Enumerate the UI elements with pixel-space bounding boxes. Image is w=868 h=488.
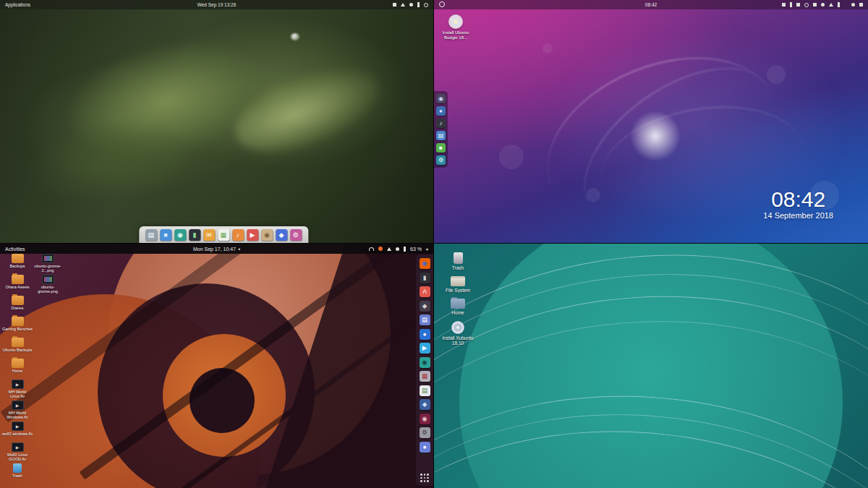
media-icon[interactable]: ◆ xyxy=(276,229,287,241)
spacer[interactable] xyxy=(844,3,847,7)
xubuntu-desktop: Trash File System Home Install Xubuntu 1… xyxy=(434,244,868,488)
terminal-icon[interactable]: ▮ xyxy=(189,229,200,241)
firefox-icon[interactable]: ◉ xyxy=(420,258,430,269)
messenger-icon[interactable]: ● xyxy=(420,329,430,340)
app-glyph: ◉ xyxy=(422,414,427,424)
battery-percent: 63 % xyxy=(410,247,422,252)
folder-ohara-assets[interactable]: Ohara Assets xyxy=(1,275,33,296)
plank-dock: ◉ ● ♪ ▤ ■ ⚙ xyxy=(434,91,448,168)
video-wolf2-linux-good[interactable]: Wolf2 Linux GOOD.flv xyxy=(1,442,33,463)
boxes-icon[interactable]: ◆ xyxy=(420,399,430,410)
desktop-icon-column: Backups Ohara Assets Diaries Gaming Benc… xyxy=(1,254,33,484)
notification-dot: ● xyxy=(238,247,240,251)
trash-icon[interactable]: Trash xyxy=(438,252,477,270)
notifications-icon[interactable] xyxy=(851,3,855,7)
libreoffice-icon[interactable]: ▤ xyxy=(420,385,430,396)
video-editor-icon[interactable]: A xyxy=(420,286,430,297)
clock-text: Mon Sep 17, 10:47 xyxy=(193,247,236,252)
input-indicator-icon[interactable] xyxy=(393,3,396,7)
software-icon[interactable]: ■ xyxy=(436,143,446,153)
four-desktop-collage: Applications Wed Sep 19 13:26 ▤ ■ ◉ xyxy=(0,0,868,488)
panel-clock[interactable]: Wed Sep 19 13:26 xyxy=(0,2,433,7)
music-icon[interactable]: ♪ xyxy=(232,229,244,241)
installer-cd-icon xyxy=(448,14,463,29)
budgie-desktop: 08:42 Install Ubuntu Budgie 18... ◉ ● ♪ xyxy=(434,0,868,244)
discord-icon[interactable]: ● xyxy=(420,442,430,453)
folder-ubuntu-backups[interactable]: Ubuntu Backups xyxy=(1,338,33,359)
budgie-logo-icon xyxy=(439,1,445,7)
item-label: Ohara Assets xyxy=(1,285,33,289)
item-icon xyxy=(451,276,465,286)
window-icon[interactable] xyxy=(813,3,817,7)
app-glyph: ▮ xyxy=(423,273,427,283)
files-icon[interactable]: ▤ xyxy=(145,229,157,241)
telegram-icon[interactable]: ▶ xyxy=(420,343,430,354)
item-label: File System xyxy=(438,288,477,293)
clock-time: 08:42 xyxy=(763,188,833,211)
show-apps-button[interactable] xyxy=(420,474,429,482)
app-glyph: ♪ xyxy=(237,229,240,241)
file-system-icon[interactable]: File System xyxy=(438,276,477,293)
activities-button[interactable]: Activities xyxy=(0,247,25,252)
settings-icon[interactable]: ⚙ xyxy=(436,155,446,165)
people-icon[interactable] xyxy=(821,3,825,7)
browser-icon[interactable]: ◉ xyxy=(174,229,186,241)
app-glyph: ◉ xyxy=(422,357,427,368)
mail-icon[interactable]: ✉ xyxy=(203,229,215,241)
install-ubuntu-budgie-icon[interactable]: Install Ubuntu Budgie 18... xyxy=(440,14,472,40)
photos-icon[interactable]: ◉ xyxy=(261,229,273,241)
item-label: Backups xyxy=(1,264,33,268)
media-player-icon[interactable]: ◉ xyxy=(420,414,430,424)
browser-icon[interactable]: ◉ xyxy=(436,94,446,103)
text-editor-icon[interactable]: ▤ xyxy=(436,131,446,140)
camera-icon[interactable]: ◉ xyxy=(420,357,430,368)
trash-icon[interactable]: Trash xyxy=(1,463,33,484)
applications-menu[interactable]: Applications xyxy=(0,2,30,7)
files-icon[interactable]: ● xyxy=(436,106,446,116)
videos-icon[interactable]: ▶ xyxy=(247,229,258,241)
item-label: Diaries xyxy=(1,306,33,310)
pencil-icon[interactable] xyxy=(790,2,792,7)
gnome-system-tray[interactable]: 63 % ▾ xyxy=(369,247,433,252)
calendar-icon[interactable]: ▦ xyxy=(218,229,229,241)
folder-backups[interactable]: Backups xyxy=(1,254,33,275)
settings-icon[interactable]: ⚙ xyxy=(420,427,430,438)
gnome-top-bar: Activities Mon Sep 17, 10:47● 63 % ▾ xyxy=(0,244,433,254)
network-icon[interactable] xyxy=(401,3,405,7)
install-xubuntu-icon[interactable]: Install Xubuntu 18.10 xyxy=(438,321,477,346)
item-icon xyxy=(12,275,24,284)
video-wolf2-windows[interactable]: wolf2 windows.flv xyxy=(1,421,33,442)
power-icon[interactable] xyxy=(859,3,863,7)
item-label: Ubuntu Backups xyxy=(1,348,33,352)
terminal-icon[interactable]: ▮ xyxy=(420,273,430,283)
item-label: wolf2 windows.flv xyxy=(1,432,33,436)
volume-icon[interactable] xyxy=(829,3,833,7)
budgie-menu-button[interactable] xyxy=(434,1,445,8)
app-glyph: ◆ xyxy=(278,229,284,241)
app-glyph: ◉ xyxy=(264,229,270,241)
folder-home[interactable]: Home xyxy=(1,359,33,380)
image-ubuntu-gnome[interactable]: ubuntu-gnome.png xyxy=(33,275,62,294)
battery-icon[interactable] xyxy=(417,2,420,7)
home-icon[interactable]: Home xyxy=(438,299,477,315)
video-mh-world-linux[interactable]: MH World Linux.flv xyxy=(1,380,33,401)
av-recorder-icon[interactable]: ▦ xyxy=(420,371,430,382)
folder-gaming-benches[interactable]: Gaming Benches xyxy=(1,317,33,338)
clipboard-icon[interactable] xyxy=(782,3,786,7)
item-label: Trash xyxy=(1,474,33,478)
battery-icon[interactable] xyxy=(838,2,840,7)
music-icon[interactable]: ♪ xyxy=(436,119,446,128)
menu-lines-icon[interactable] xyxy=(796,3,800,7)
folder-diaries[interactable]: Diaries xyxy=(1,296,33,317)
tools-icon[interactable]: ⚙ xyxy=(290,229,302,241)
volume-icon[interactable] xyxy=(409,3,413,7)
microphone-icon[interactable]: ◆ xyxy=(420,301,430,312)
power-icon[interactable] xyxy=(424,3,428,7)
video-mh-world-windows[interactable]: MH World Windows.flv xyxy=(1,401,33,421)
notes-icon[interactable]: ▤ xyxy=(420,314,430,325)
phone-icon[interactable] xyxy=(804,3,809,7)
bokeh-dot xyxy=(499,145,524,169)
software-icon[interactable]: ■ xyxy=(160,229,171,241)
item-label: Home xyxy=(1,369,33,373)
image-ubuntu-gnome-2[interactable]: ubuntu-gnome-2...png xyxy=(33,254,62,273)
